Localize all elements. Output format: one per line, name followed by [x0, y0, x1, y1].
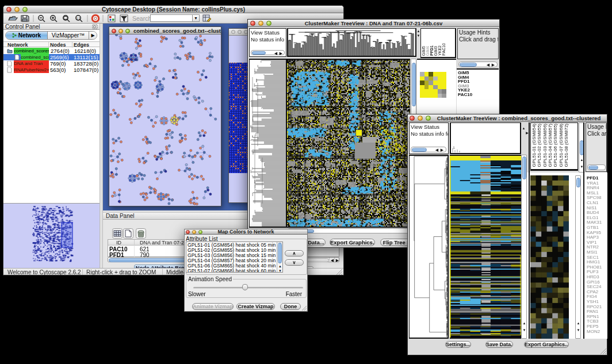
svg-text:1:1: 1:1	[76, 17, 81, 20]
